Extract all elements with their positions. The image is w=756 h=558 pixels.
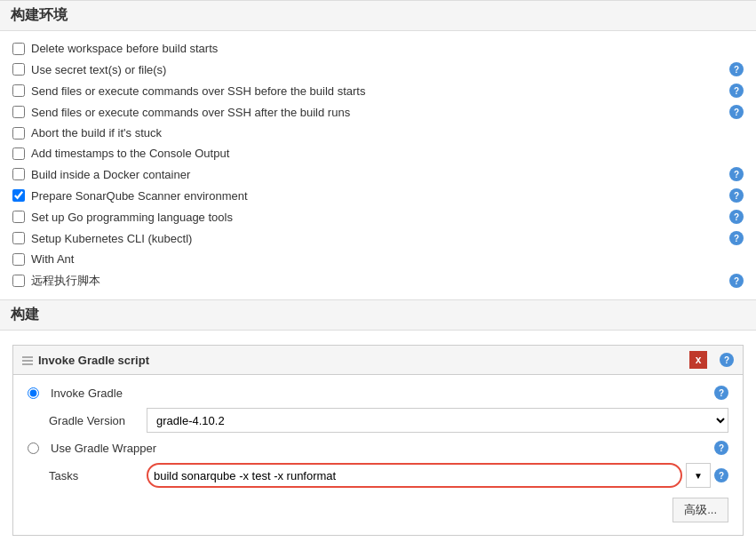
docker-label: Build inside a Docker container [31, 168, 729, 181]
golang-label: Set up Go programming language tools [31, 211, 729, 224]
checkbox-row-8: Prepare SonarQube Scanner environment ? [12, 185, 744, 206]
kubectl-label: Setup Kubernetes CLI (kubectl) [31, 232, 729, 245]
use-secret-label: Use secret text(s) or file(s) [31, 63, 729, 76]
remote-script-help-icon[interactable]: ? [729, 274, 744, 288]
remote-script-label: 远程执行脚本 [31, 273, 729, 289]
docker-help-icon[interactable]: ? [729, 167, 744, 181]
ssh-before-help-icon[interactable]: ? [729, 84, 744, 98]
gradle-card: Invoke Gradle script x ? Invoke Gradle [12, 345, 744, 536]
golang-checkbox[interactable] [12, 211, 25, 223]
tasks-dropdown-button[interactable]: ▼ [686, 463, 711, 488]
use-secret-help-icon[interactable]: ? [729, 62, 744, 76]
build-env-title: 构建环境 [11, 7, 68, 22]
gradle-card-header: Invoke Gradle script x ? [13, 346, 743, 375]
use-gradle-wrapper-row: Use Gradle Wrapper ? [28, 437, 728, 458]
gradle-card-title-row: Invoke Gradle script [22, 354, 149, 367]
advanced-row: 高级... [28, 492, 728, 528]
kubectl-checkbox[interactable] [12, 232, 25, 244]
ssh-after-checkbox[interactable] [12, 106, 25, 118]
checkbox-row-5: Abort the build if it's stuck [12, 123, 744, 143]
abort-stuck-checkbox[interactable] [12, 127, 25, 140]
tasks-row: Tasks ▼ ? [49, 458, 728, 492]
build-section-header: 构建 [0, 299, 756, 331]
tasks-input[interactable] [147, 463, 682, 488]
invoke-gradle-radio-label: Invoke Gradle [51, 387, 123, 400]
checkbox-row-3: Send files or execute commands over SSH … [12, 80, 744, 101]
ssh-after-help-icon[interactable]: ? [729, 105, 744, 119]
build-section-body: Invoke Gradle script x ? Invoke Gradle [0, 331, 756, 550]
use-gradle-wrapper-radio[interactable] [28, 442, 39, 454]
delete-card-button[interactable]: x [689, 351, 707, 369]
ssh-after-label: Send files or execute commands over SSH … [31, 106, 729, 119]
delete-workspace-label: Delete workspace before build starts [31, 42, 744, 55]
build-env-header: 构建环境 [0, 0, 756, 31]
checkbox-row-12: 远程执行脚本 ? [12, 269, 744, 292]
tasks-help-icon[interactable]: ? [714, 468, 728, 482]
drag-handle-icon[interactable] [22, 355, 33, 365]
kubectl-help-icon[interactable]: ? [729, 231, 744, 245]
checkbox-row-4: Send files or execute commands over SSH … [12, 101, 744, 123]
sonarqube-checkbox[interactable] [12, 189, 25, 202]
gradle-version-select[interactable]: gradle-4.10.2 [147, 408, 728, 433]
tasks-input-container: ▼ ? [147, 463, 728, 488]
gradle-version-row: Gradle Version gradle-4.10.2 [49, 403, 728, 437]
ssh-before-label: Send files or execute commands over SSH … [31, 84, 729, 98]
with-ant-label: With Ant [31, 252, 744, 266]
sonarqube-help-icon[interactable]: ? [729, 188, 744, 203]
checkbox-row-9: Set up Go programming language tools ? [12, 206, 744, 227]
checkbox-row-10: Setup Kubernetes CLI (kubectl) ? [12, 227, 744, 249]
ssh-before-checkbox[interactable] [12, 84, 25, 97]
gradle-card-body: Invoke Gradle ? Gradle Version gradle-4.… [13, 375, 743, 535]
invoke-gradle-radio[interactable] [28, 387, 39, 399]
checkbox-row-11: With Ant [12, 249, 744, 269]
gradle-version-label: Gradle Version [49, 414, 147, 427]
with-ant-checkbox[interactable] [12, 253, 25, 266]
remote-script-checkbox[interactable] [12, 275, 25, 287]
sonarqube-label: Prepare SonarQube Scanner environment [31, 189, 729, 203]
build-env-body: Delete workspace before build starts Use… [0, 31, 756, 299]
use-gradle-wrapper-label: Use Gradle Wrapper [51, 442, 156, 455]
use-secret-checkbox[interactable] [12, 63, 25, 76]
build-section-title: 构建 [11, 307, 39, 322]
timestamps-label: Add timestamps to the Console Output [31, 147, 744, 160]
checkbox-row-2: Use secret text(s) or file(s) ? [12, 59, 744, 80]
gradle-version-select-container: gradle-4.10.2 [147, 408, 728, 433]
checkbox-row-7: Build inside a Docker container ? [12, 163, 744, 185]
golang-help-icon[interactable]: ? [729, 210, 744, 224]
checkbox-row-1: Delete workspace before build starts [12, 38, 744, 59]
docker-checkbox[interactable] [12, 168, 25, 180]
invoke-gradle-help-icon[interactable]: ? [714, 386, 728, 400]
gradle-card-title-text: Invoke Gradle script [38, 354, 149, 367]
advanced-button[interactable]: 高级... [672, 498, 728, 522]
use-wrapper-help-icon[interactable]: ? [714, 441, 728, 455]
delete-workspace-checkbox[interactable] [12, 43, 25, 55]
abort-stuck-label: Abort the build if it's stuck [31, 126, 744, 140]
invoke-gradle-row: Invoke Gradle ? [28, 382, 728, 403]
tasks-label: Tasks [49, 469, 147, 482]
gradle-card-help-icon[interactable]: ? [720, 353, 734, 367]
checkbox-row-6: Add timestamps to the Console Output [12, 143, 744, 163]
timestamps-checkbox[interactable] [12, 147, 25, 160]
